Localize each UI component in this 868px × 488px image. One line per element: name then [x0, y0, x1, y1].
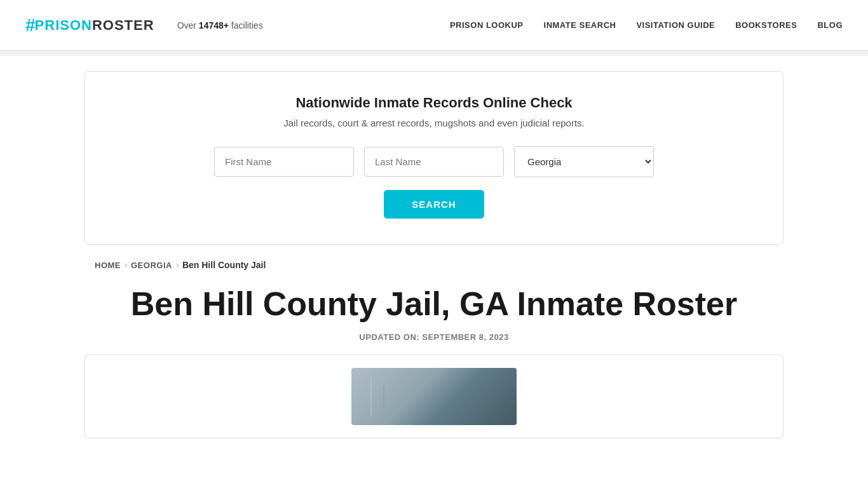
facility-image — [351, 368, 517, 425]
logo-hash: # — [25, 15, 35, 36]
page-title-section: Ben Hill County Jail, GA Inmate Roster U… — [85, 285, 783, 342]
nav-prison-lookup[interactable]: PRISON LOOKUP — [450, 20, 524, 30]
search-panel: Nationwide Inmate Records Online Check J… — [85, 71, 783, 245]
updated-label: UPDATED ON: SEPTEMBER 8, 2023 — [95, 332, 773, 342]
search-panel-subtitle: Jail records, court & arrest records, mu… — [111, 118, 757, 128]
state-select[interactable]: AlabamaAlaskaArizonaArkansasCaliforniaCo… — [514, 146, 654, 177]
first-name-input[interactable] — [214, 147, 354, 177]
search-form-row: AlabamaAlaskaArizonaArkansasCaliforniaCo… — [111, 146, 757, 177]
facilities-number: 14748+ — [199, 20, 229, 30]
search-button[interactable]: SEARCH — [384, 190, 484, 219]
site-logo[interactable]: # PRISON ROSTER — [25, 15, 154, 36]
breadcrumb-sep-1: › — [125, 261, 127, 269]
breadcrumb-state[interactable]: Georgia — [131, 261, 172, 270]
nav-inmate-search[interactable]: INMATE SEARCH — [544, 20, 616, 30]
main-nav: PRISON LOOKUP INMATE SEARCH VISITATION G… — [450, 20, 843, 30]
facility-image-card — [85, 355, 783, 438]
logo-prison: PRISON — [35, 17, 92, 34]
site-header: # PRISON ROSTER Over 14748+ facilities P… — [0, 0, 868, 51]
nav-bookstores[interactable]: BOOKSTORES — [735, 20, 797, 30]
last-name-input[interactable] — [364, 147, 504, 177]
breadcrumb-sep-2: › — [176, 261, 179, 269]
logo-roster: ROSTER — [92, 17, 154, 34]
nav-blog[interactable]: BLOG — [817, 20, 843, 30]
breadcrumb-home[interactable]: Home — [95, 261, 121, 270]
facilities-count-label: Over 14748+ facilities — [177, 20, 263, 30]
breadcrumb: Home › Georgia › Ben Hill County Jail — [85, 260, 783, 270]
search-panel-title: Nationwide Inmate Records Online Check — [111, 95, 757, 111]
nav-visitation-guide[interactable]: VISITATION GUIDE — [636, 20, 715, 30]
page-title: Ben Hill County Jail, GA Inmate Roster — [95, 285, 773, 323]
search-button-row: SEARCH — [111, 190, 757, 219]
header-separator — [0, 51, 868, 56]
breadcrumb-current: Ben Hill County Jail — [182, 260, 266, 270]
